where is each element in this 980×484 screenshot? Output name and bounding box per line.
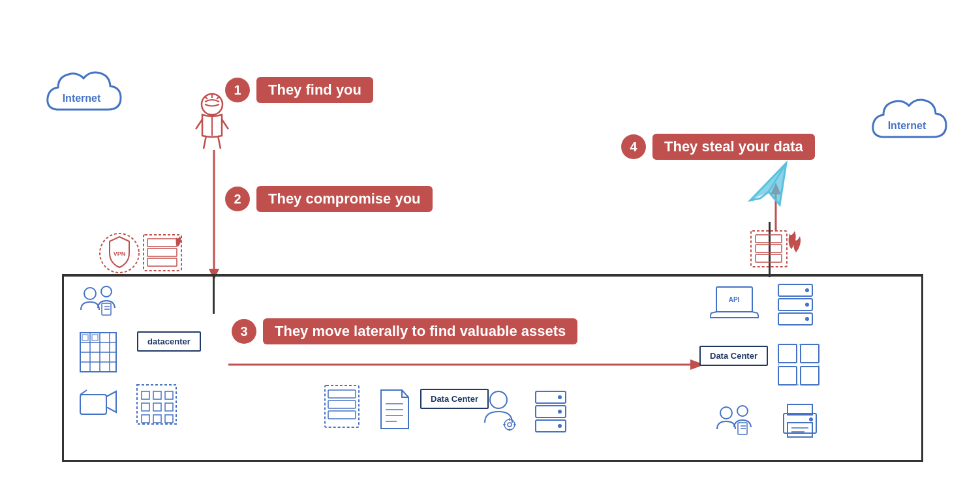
icon-camera-left [77,385,119,423]
svg-rect-18 [147,258,177,266]
svg-rect-36 [137,385,176,424]
svg-rect-38 [153,391,161,399]
svg-rect-70 [756,235,782,243]
callout-text-1: They find you [256,77,373,103]
svg-rect-85 [801,344,819,363]
svg-line-8 [222,119,228,129]
icon-users-left [77,284,126,329]
svg-rect-51 [328,411,356,419]
svg-rect-45 [165,415,173,423]
svg-rect-88 [778,344,819,385]
svg-line-35 [80,390,87,395]
svg-rect-40 [142,403,149,411]
svg-rect-33 [80,395,106,414]
svg-marker-34 [106,391,116,412]
icon-document-mid [377,388,411,433]
icon-user-gear-mid [480,387,517,435]
icon-building-dotted-left [134,382,179,430]
callout-text-2: They compromise you [256,186,433,212]
datacenter-label-left: datacenter [137,331,201,352]
svg-point-66 [558,395,562,399]
callout-number-2: 2 [225,187,250,211]
icon-users-right [713,403,762,448]
cloud-internet-left: Internet [36,64,127,129]
svg-rect-32 [92,335,98,340]
icon-printer-right [778,399,821,444]
svg-point-58 [508,423,512,427]
diagram: Internet Internet [0,0,980,484]
callout-4: 4 They steal your data [621,134,815,160]
cloud-internet-right: Internet [861,91,953,157]
icon-building-left [77,326,119,378]
svg-line-4 [205,97,207,99]
svg-rect-84 [778,344,797,363]
datacenter-label-mid: Data Center [420,389,489,409]
svg-rect-16 [147,239,177,247]
callout-number-3: 3 [232,319,256,344]
svg-rect-43 [142,415,149,423]
callout-2: 2 They compromise you [225,186,433,212]
svg-rect-49 [328,390,356,398]
svg-line-10 [218,136,221,149]
paper-plane-icon [744,158,793,213]
svg-rect-39 [165,391,173,399]
icon-server-mid [534,388,568,436]
svg-point-20 [101,286,112,297]
callout-text-4: They steal your data [652,134,815,160]
callout-number-4: 4 [621,134,646,159]
svg-line-9 [204,136,206,149]
svg-rect-31 [82,335,88,340]
svg-text:VPN: VPN [114,250,126,257]
svg-rect-48 [325,386,359,427]
svg-rect-96 [788,423,812,437]
svg-rect-86 [778,367,797,385]
icon-server-stack-right [776,282,814,329]
svg-point-81 [805,288,809,292]
callout-3: 3 They move laterally to find valuable a… [232,318,577,344]
svg-rect-17 [147,249,177,256]
svg-rect-42 [165,403,173,411]
icon-server-dotted-mid [323,384,361,432]
svg-rect-44 [153,415,161,423]
icon-grid-right [776,342,821,389]
datacenter-label-right: Data Center [699,346,768,366]
svg-rect-15 [144,235,181,271]
svg-rect-71 [756,245,782,252]
arrow-lateral [228,357,705,374]
svg-point-90 [737,406,748,416]
svg-point-82 [805,303,809,307]
icon-laptop-right: API [710,284,759,329]
svg-rect-87 [801,367,819,385]
svg-rect-50 [328,401,356,408]
svg-rect-72 [756,254,782,262]
callout-text-3: They move laterally to find valuable ass… [263,318,577,344]
svg-text:Internet: Internet [63,93,101,104]
svg-text:Internet: Internet [888,120,926,131]
svg-point-99 [809,417,813,421]
svg-point-67 [558,410,562,414]
svg-line-7 [196,119,202,129]
svg-rect-37 [142,391,149,399]
svg-point-89 [720,407,732,419]
callout-number-1: 1 [225,78,250,102]
svg-point-68 [558,424,562,428]
svg-point-57 [504,419,515,430]
callout-1: 1 They find you [225,77,373,103]
svg-point-56 [490,391,507,408]
vline-left [213,275,215,314]
svg-point-19 [84,288,96,299]
arrow-down-attack [207,150,221,283]
svg-text:API: API [729,296,740,303]
svg-point-83 [805,317,809,321]
svg-rect-41 [153,403,161,411]
svg-line-5 [217,97,219,99]
